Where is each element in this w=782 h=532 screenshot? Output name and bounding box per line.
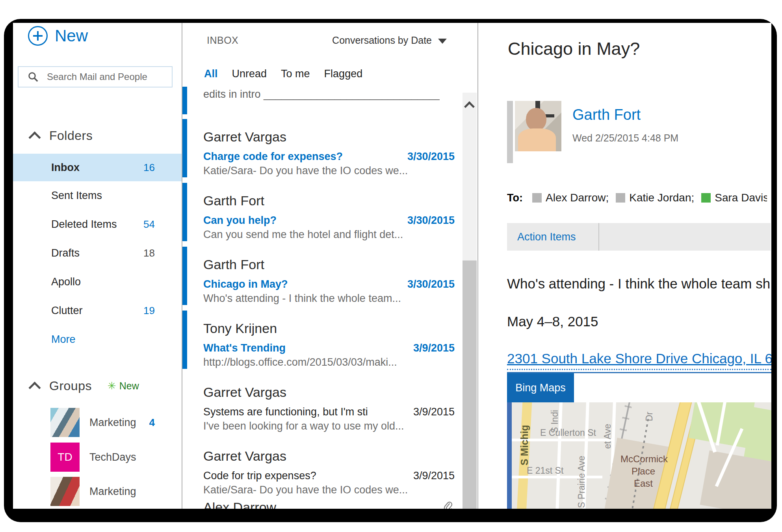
sidebar-folder-item[interactable]: Drafts 18: [13, 239, 182, 268]
new-mail-label: New: [55, 26, 88, 45]
email-subject: What's Trending: [203, 342, 286, 354]
chevron-up-icon: [28, 381, 41, 394]
recipient-name: Sara Davis;: [715, 192, 767, 204]
email-list-item[interactable]: Garth Fort Can you help? 3/30/2015 Can y…: [182, 180, 477, 244]
map-label-dr: Dr: [644, 412, 655, 421]
email-list-item[interactable]: Garret Vargas Systems are functioning, b…: [182, 372, 477, 436]
email-sender: Garret Vargas: [203, 448, 286, 464]
sender-avatar[interactable]: [515, 101, 561, 151]
filter-tabs: AllUnreadTo meFlagged: [204, 68, 362, 80]
sidebar-group-item[interactable]: Marketing 4: [13, 407, 182, 438]
outlook-web-app: New Search Mail and People Folders Inbox…: [0, 0, 782, 532]
email-list-item[interactable]: Garret Vargas Code for trip expenses? 3/…: [182, 436, 477, 500]
recipient[interactable]: Sara Davis;: [701, 192, 767, 204]
filter-tab-all[interactable]: All: [204, 68, 218, 80]
message-timestamp: Wed 2/25/2015 4:48 PM: [572, 132, 678, 144]
email-list-item[interactable]: Garth Fort Chicago in May? 3/30/2015 Who…: [182, 244, 477, 308]
recipient[interactable]: Katie Jordan;: [616, 192, 694, 204]
bing-map-preview[interactable]: S Michig S Indi et Ave S Prairie Ave Dr …: [507, 402, 771, 509]
email-subject: Systems are functioning, but I'm sti: [203, 406, 368, 418]
list-scrollbar[interactable]: [463, 93, 477, 509]
email-sender: Garth Fort: [203, 193, 264, 208]
bing-maps-tab[interactable]: Bing Maps: [507, 373, 574, 402]
group-avatar: TD: [50, 443, 80, 472]
folder-count: 16: [143, 162, 155, 174]
sidebar-group-item[interactable]: Marketing: [13, 476, 182, 507]
email-subject: Can you help?: [203, 214, 277, 227]
email-date: 3/30/2015: [407, 214, 455, 227]
email-sender: Alex Darrow: [203, 500, 276, 509]
email-date: 3/9/2015: [413, 342, 455, 354]
sidebar-folder-item[interactable]: Inbox 16: [13, 154, 182, 181]
map-road: [512, 476, 602, 478]
recipients-row: To: Alex Darrow; Katie Jordan; Sara Davi…: [507, 192, 767, 204]
recipient[interactable]: Alex Darrow;: [532, 192, 609, 204]
unread-indicator: [182, 119, 187, 177]
sidebar-folder-item[interactable]: Clutter 19: [13, 296, 182, 325]
list-item-partial-top[interactable]: edits in intro _________________________…: [182, 85, 477, 115]
email-list-item[interactable]: Tony Krijnen What's Trending 3/9/2015 ht…: [182, 308, 477, 372]
folder-count: 18: [143, 247, 155, 259]
search-input[interactable]: Search Mail and People: [18, 66, 173, 87]
reading-pane: Chicago in May? Garth Fort Wed 2/25/2015…: [478, 23, 771, 509]
email-date: 3/30/2015: [407, 278, 455, 290]
paperclip-icon: [443, 500, 453, 509]
new-mail-button[interactable]: New: [28, 26, 88, 46]
email-preview: Katie/Sara- Do you have the IO codes we.…: [203, 165, 440, 177]
sidebar-group-item[interactable]: TD TechDays: [13, 442, 182, 472]
link-dotted-rule: [507, 369, 771, 370]
folder-label: Drafts: [51, 247, 80, 259]
address-link[interactable]: 2301 South Lake Shore Drive Chicago, IL …: [507, 351, 771, 366]
map-label-calumet: et Ave: [602, 424, 613, 449]
sidebar-folder-item[interactable]: Sent Items: [13, 181, 182, 210]
folder-label: Clutter: [51, 305, 83, 317]
email-date: 3/30/2015: [407, 151, 455, 163]
email-preview: http://blogs.office.com/2015/03/03/maki.…: [203, 356, 440, 368]
plus-circle-icon: [28, 26, 48, 46]
folder-label: Sent Items: [51, 190, 102, 202]
filter-tab-flagged[interactable]: Flagged: [324, 68, 363, 80]
sender-name-link[interactable]: Garth Fort: [572, 106, 641, 123]
sort-label: Conversations by Date: [332, 35, 432, 46]
sidebar-folder-item[interactable]: Apollo: [13, 268, 182, 296]
unread-indicator: [182, 311, 187, 369]
action-items-tab[interactable]: Action Items: [507, 223, 599, 251]
presence-icon: [616, 193, 625, 203]
folders-header[interactable]: Folders: [30, 128, 93, 143]
map-label-cullerton: E Cullerton St: [540, 428, 596, 438]
filter-tab-to-me[interactable]: To me: [281, 68, 310, 80]
sidebar-folder-item[interactable]: Deleted Items 54: [13, 210, 182, 239]
email-list-item[interactable]: Garret Vargas Charge code for expenses? …: [182, 117, 477, 180]
groups-header[interactable]: Groups ✳ New: [30, 379, 139, 393]
list-item-partial-bottom[interactable]: Alex Darrow: [182, 500, 477, 509]
email-sender: Garth Fort: [203, 257, 264, 272]
action-items-label: Action Items: [517, 231, 576, 243]
unread-indicator: [182, 183, 187, 241]
apps-strip: Action Items: [507, 223, 771, 251]
groups-new-label: New: [119, 380, 139, 392]
map-label-prairie: S Prairie Ave: [576, 456, 587, 508]
groups-title: Groups: [49, 379, 92, 393]
group-count: 4: [149, 417, 155, 429]
email-subject: Charge code for expenses?: [203, 151, 343, 163]
filter-tab-unread[interactable]: Unread: [232, 68, 267, 80]
presence-icon: [532, 193, 542, 203]
search-icon: [27, 71, 39, 83]
sidebar: New Search Mail and People Folders Inbox…: [13, 23, 182, 509]
map-label-mccormick: McCormick Place East: [620, 453, 666, 490]
scrollbar-thumb[interactable]: [463, 260, 477, 509]
email-subject: Chicago in May?: [203, 278, 288, 290]
group-label: Marketing: [89, 417, 136, 429]
folders-more-link[interactable]: More: [13, 325, 182, 354]
app-content: New Search Mail and People Folders Inbox…: [13, 23, 771, 509]
sort-dropdown[interactable]: Conversations by Date: [332, 35, 447, 46]
folders-title: Folders: [49, 128, 93, 143]
unread-indicator: [182, 87, 187, 114]
folder-label: Deleted Items: [51, 218, 117, 231]
scroll-up-icon[interactable]: [464, 101, 475, 112]
email-subject: Code for trip expenses?: [203, 470, 316, 482]
groups-new-badge: ✳ New: [108, 380, 139, 392]
chevron-up-icon: [28, 131, 41, 143]
group-label: TechDays: [89, 451, 136, 463]
map-label-21st: E 21st St: [527, 465, 563, 476]
